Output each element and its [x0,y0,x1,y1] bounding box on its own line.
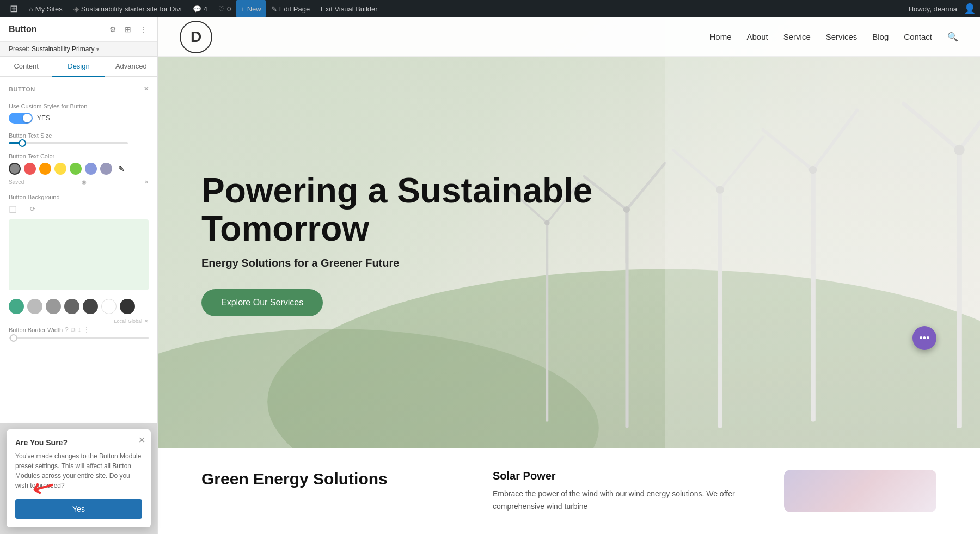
admin-bar-right: Howdy, deanna 👤 [909,3,976,15]
new-label: New [247,5,261,13]
background-toggle-row: ◫ ⟳ [9,204,149,214]
svg-rect-33 [665,17,980,448]
nav-contact[interactable]: Contact [904,32,932,41]
circle-swatch-green[interactable] [9,299,24,314]
dialog-yes-button[interactable]: Yes [15,499,142,519]
custom-styles-field: Use Custom Styles for Button YES [9,103,149,124]
border-slider[interactable] [9,337,149,339]
link-icon[interactable]: ⟳ [30,205,35,213]
admin-bar: ⊞ ⌂ My Sites ◈ Sustainability starter si… [0,0,980,17]
comments-item[interactable]: 💬 4 [187,0,213,17]
edit-page-item[interactable]: ✎ Edit Page [266,0,315,17]
my-sites-item[interactable]: ⌂ My Sites [23,0,68,17]
border-width-label: Button Border Width ? ⧉ ↕ ⋮ [9,326,149,334]
nav-about[interactable]: About [747,32,768,41]
expand-icon[interactable]: ⊞ [122,24,133,35]
howdy-label: Howdy, deanna [909,5,961,13]
hero-subtitle: Energy Solutions for a Greener Future [201,257,626,269]
likes-item[interactable]: ♡ 0 [213,0,236,17]
solar-power-title: Solar Power [493,470,762,482]
dialog-yes-label: Yes [72,505,85,513]
color-swatch-purple[interactable] [100,163,112,175]
dialog-overlay: ✕ Are You Sure? You've made changes to t… [0,423,157,534]
likes-count: 0 [227,5,231,13]
sites-icon: ⌂ [29,5,33,13]
edit-page-label: Edit Page [279,5,310,13]
divi-icon: ◈ [74,5,79,13]
text-size-slider[interactable] [9,142,128,144]
comments-count: 4 [204,5,207,13]
circle-swatch-gray4[interactable] [83,299,98,314]
site-preview: D Home About Service Services Blog Conta… [158,17,980,534]
border-slider-thumb[interactable] [10,334,17,342]
circle-swatch-gray3[interactable] [64,299,79,314]
color-swatch-gray[interactable] [9,163,21,175]
gradient-icon[interactable]: ◫ [9,204,17,214]
eyedropper-icon[interactable]: ◉ [82,179,87,185]
help-icon[interactable]: ? [65,326,69,334]
copy-icon[interactable]: ⧉ [71,326,76,334]
tab-advanced[interactable]: Advanced [105,57,157,77]
nav-blog[interactable]: Blog [872,32,889,41]
saved-row: Saved ◉ ✕ [9,179,149,185]
text-color-swatches: ✎ [9,163,149,175]
preset-chevron-icon: ▾ [96,46,99,52]
circle-swatch-dark[interactable] [120,299,135,314]
text-size-slider-thumb[interactable] [19,139,26,147]
more-options-icon[interactable]: ⋮ [138,24,149,35]
floating-action-button[interactable]: ••• [912,326,936,350]
more-border-icon[interactable]: ⋮ [83,326,90,334]
dialog-title: Are You Sure? [15,438,142,447]
button-section-label: Button [9,86,35,93]
saved-close-icon[interactable]: ✕ [144,179,149,185]
color-swatch-red[interactable] [24,163,36,175]
color-picker-pen-icon[interactable]: ✎ [115,163,127,175]
circle-swatch-gray2[interactable] [46,299,61,314]
panel-header: Button ⚙ ⊞ ⋮ [0,17,157,42]
panel-title: Button [9,24,37,34]
exit-label: Exit Visual Builder [321,5,378,13]
local-label: Local [114,318,126,324]
preset-label: Preset: [9,45,29,53]
comments-icon: 💬 [193,5,201,13]
color-swatch-green[interactable] [70,163,82,175]
explore-services-button[interactable]: Explore Our Services [201,289,323,316]
toggle-state-label: YES [37,114,50,122]
nav-service[interactable]: Service [783,32,811,41]
nav-services[interactable]: Services [826,32,857,41]
search-icon[interactable]: 🔍 [947,32,958,42]
floating-btn-icon: ••• [920,333,930,344]
circle-swatch-gray1[interactable] [27,299,42,314]
tab-design[interactable]: Design [52,57,105,77]
color-swatch-blue-light[interactable] [85,163,97,175]
tab-content[interactable]: Content [0,57,52,77]
nav-home[interactable]: Home [709,32,731,41]
color-swatch-yellow[interactable] [54,163,66,175]
my-sites-label: My Sites [35,5,63,13]
site-logo[interactable]: D [180,21,212,53]
border-controls [9,337,149,339]
circle-swatches [9,299,149,314]
site-title-item[interactable]: ◈ Sustainability starter site for Divi [68,0,187,17]
color-swatch-orange[interactable] [39,163,51,175]
reset-icon[interactable]: ✕ [144,318,149,324]
saved-label: Saved [9,179,24,185]
button-section-close-icon[interactable]: ✕ [144,85,149,93]
preset-bar[interactable]: Preset: Sustainability Primary ▾ [0,42,157,57]
link-border-icon[interactable]: ↕ [78,326,81,334]
wp-logo-item[interactable]: ⊞ [4,0,23,17]
settings-icon[interactable]: ⚙ [107,24,118,35]
are-you-sure-dialog: ✕ Are You Sure? You've made changes to t… [7,429,151,527]
circle-swatch-white[interactable] [101,299,117,314]
border-width-field: Button Border Width ? ⧉ ↕ ⋮ [9,326,149,339]
avatar-icon: 👤 [964,3,976,15]
exit-visual-builder-item[interactable]: Exit Visual Builder [315,0,383,17]
new-item[interactable]: + New [236,0,266,17]
custom-styles-label: Use Custom Styles for Button [9,103,149,109]
text-color-field: Button Text Color ✎ Saved ◉ ✕ [9,153,149,185]
plus-icon: + [241,5,245,13]
dialog-body: You've made changes to the Button Module… [15,451,142,490]
custom-styles-toggle[interactable] [9,113,33,124]
hero-title: Powering a Sustainable Tomorrow [201,171,626,248]
dialog-close-icon[interactable]: ✕ [138,435,145,445]
